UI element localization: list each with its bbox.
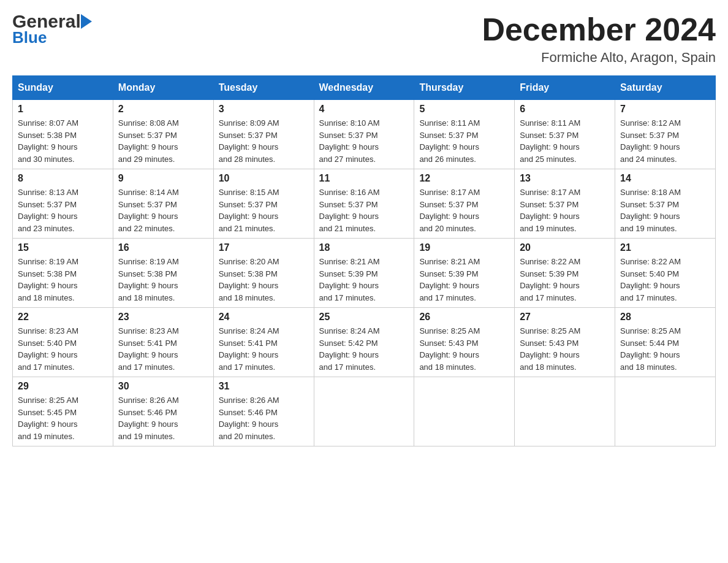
day-info: Sunrise: 8:25 AM Sunset: 5:44 PM Dayligh… [620,325,710,373]
calendar-cell: 17 Sunrise: 8:20 AM Sunset: 5:38 PM Dayl… [213,239,314,308]
day-number: 8 [18,173,108,184]
calendar-cell: 22 Sunrise: 8:23 AM Sunset: 5:40 PM Dayl… [13,308,113,377]
day-info: Sunrise: 8:21 AM Sunset: 5:39 PM Dayligh… [319,256,409,304]
day-number: 20 [520,242,610,253]
day-info: Sunrise: 8:08 AM Sunset: 5:37 PM Dayligh… [118,117,208,165]
day-number: 3 [219,104,309,115]
calendar-cell: 29 Sunrise: 8:25 AM Sunset: 5:45 PM Dayl… [13,377,113,446]
calendar-cell: 16 Sunrise: 8:19 AM Sunset: 5:38 PM Dayl… [113,239,213,308]
day-number: 18 [319,242,409,253]
logo: General Blue [12,12,92,45]
day-info: Sunrise: 8:07 AM Sunset: 5:38 PM Dayligh… [18,117,108,165]
col-monday: Monday [113,76,213,100]
day-number: 23 [118,312,208,323]
day-info: Sunrise: 8:12 AM Sunset: 5:37 PM Dayligh… [620,117,710,165]
day-number: 7 [620,104,710,115]
calendar-week-row: 15 Sunrise: 8:19 AM Sunset: 5:38 PM Dayl… [13,239,716,308]
col-friday: Friday [515,76,615,100]
calendar-cell: 3 Sunrise: 8:09 AM Sunset: 5:37 PM Dayli… [213,100,314,169]
calendar-cell: 23 Sunrise: 8:23 AM Sunset: 5:41 PM Dayl… [113,308,213,377]
calendar-week-row: 8 Sunrise: 8:13 AM Sunset: 5:37 PM Dayli… [13,169,716,239]
day-info: Sunrise: 8:26 AM Sunset: 5:46 PM Dayligh… [118,394,208,442]
day-info: Sunrise: 8:21 AM Sunset: 5:39 PM Dayligh… [419,256,509,304]
day-info: Sunrise: 8:09 AM Sunset: 5:37 PM Dayligh… [219,117,309,165]
day-info: Sunrise: 8:19 AM Sunset: 5:38 PM Dayligh… [118,256,208,304]
logo-blue: Blue [12,29,92,45]
calendar-cell: 9 Sunrise: 8:14 AM Sunset: 5:37 PM Dayli… [113,169,213,239]
day-info: Sunrise: 8:11 AM Sunset: 5:37 PM Dayligh… [419,117,509,165]
calendar-cell: 5 Sunrise: 8:11 AM Sunset: 5:37 PM Dayli… [414,100,515,169]
calendar-cell: 27 Sunrise: 8:25 AM Sunset: 5:43 PM Dayl… [515,308,615,377]
calendar-cell: 10 Sunrise: 8:15 AM Sunset: 5:37 PM Dayl… [213,169,314,239]
day-info: Sunrise: 8:17 AM Sunset: 5:37 PM Dayligh… [520,186,610,234]
calendar-cell: 30 Sunrise: 8:26 AM Sunset: 5:46 PM Dayl… [113,377,213,446]
day-number: 25 [319,312,409,323]
title-block: December 2024 Formiche Alto, Aragon, Spa… [482,12,716,66]
calendar-cell: 12 Sunrise: 8:17 AM Sunset: 5:37 PM Dayl… [414,169,515,239]
day-number: 31 [219,381,309,392]
calendar-cell: 28 Sunrise: 8:25 AM Sunset: 5:44 PM Dayl… [615,308,716,377]
calendar-header-row: Sunday Monday Tuesday Wednesday Thursday… [13,76,716,100]
day-number: 15 [18,242,108,253]
day-info: Sunrise: 8:16 AM Sunset: 5:37 PM Dayligh… [319,186,409,234]
day-info: Sunrise: 8:25 AM Sunset: 5:43 PM Dayligh… [520,325,610,373]
svg-marker-0 [81,14,92,29]
day-info: Sunrise: 8:11 AM Sunset: 5:37 PM Dayligh… [520,117,610,165]
calendar-cell: 20 Sunrise: 8:22 AM Sunset: 5:39 PM Dayl… [515,239,615,308]
day-info: Sunrise: 8:23 AM Sunset: 5:40 PM Dayligh… [18,325,108,373]
calendar-week-row: 29 Sunrise: 8:25 AM Sunset: 5:45 PM Dayl… [13,377,716,446]
col-wednesday: Wednesday [314,76,414,100]
col-tuesday: Tuesday [213,76,314,100]
day-number: 11 [319,173,409,184]
day-info: Sunrise: 8:19 AM Sunset: 5:38 PM Dayligh… [18,256,108,304]
day-number: 17 [219,242,309,253]
calendar-cell: 18 Sunrise: 8:21 AM Sunset: 5:39 PM Dayl… [314,239,414,308]
calendar-cell: 25 Sunrise: 8:24 AM Sunset: 5:42 PM Dayl… [314,308,414,377]
calendar-cell: 24 Sunrise: 8:24 AM Sunset: 5:41 PM Dayl… [213,308,314,377]
calendar-cell: 14 Sunrise: 8:18 AM Sunset: 5:37 PM Dayl… [615,169,716,239]
day-number: 26 [419,312,509,323]
calendar-cell: 13 Sunrise: 8:17 AM Sunset: 5:37 PM Dayl… [515,169,615,239]
day-number: 13 [520,173,610,184]
day-info: Sunrise: 8:23 AM Sunset: 5:41 PM Dayligh… [118,325,208,373]
day-info: Sunrise: 8:25 AM Sunset: 5:43 PM Dayligh… [419,325,509,373]
day-number: 12 [419,173,509,184]
calendar-cell [414,377,515,446]
calendar-table: Sunday Monday Tuesday Wednesday Thursday… [12,75,716,446]
calendar-week-row: 22 Sunrise: 8:23 AM Sunset: 5:40 PM Dayl… [13,308,716,377]
day-number: 2 [118,104,208,115]
day-info: Sunrise: 8:22 AM Sunset: 5:40 PM Dayligh… [620,256,710,304]
logo-arrow-icon [81,14,92,29]
day-number: 1 [18,104,108,115]
day-number: 30 [118,381,208,392]
calendar-cell: 2 Sunrise: 8:08 AM Sunset: 5:37 PM Dayli… [113,100,213,169]
day-number: 24 [219,312,309,323]
calendar-cell: 8 Sunrise: 8:13 AM Sunset: 5:37 PM Dayli… [13,169,113,239]
calendar-cell: 21 Sunrise: 8:22 AM Sunset: 5:40 PM Dayl… [615,239,716,308]
day-number: 28 [620,312,710,323]
calendar-cell [615,377,716,446]
day-number: 29 [18,381,108,392]
day-number: 27 [520,312,610,323]
col-sunday: Sunday [13,76,113,100]
col-saturday: Saturday [615,76,716,100]
day-info: Sunrise: 8:13 AM Sunset: 5:37 PM Dayligh… [18,186,108,234]
calendar-cell [314,377,414,446]
day-number: 10 [219,173,309,184]
calendar-cell: 19 Sunrise: 8:21 AM Sunset: 5:39 PM Dayl… [414,239,515,308]
day-info: Sunrise: 8:14 AM Sunset: 5:37 PM Dayligh… [118,186,208,234]
location-subtitle: Formiche Alto, Aragon, Spain [482,50,716,66]
page-header: General Blue December 2024 Formiche Alto… [12,12,716,66]
day-number: 5 [419,104,509,115]
calendar-cell: 31 Sunrise: 8:26 AM Sunset: 5:46 PM Dayl… [213,377,314,446]
day-info: Sunrise: 8:24 AM Sunset: 5:41 PM Dayligh… [219,325,309,373]
calendar-cell: 1 Sunrise: 8:07 AM Sunset: 5:38 PM Dayli… [13,100,113,169]
day-info: Sunrise: 8:22 AM Sunset: 5:39 PM Dayligh… [520,256,610,304]
calendar-cell: 11 Sunrise: 8:16 AM Sunset: 5:37 PM Dayl… [314,169,414,239]
month-year-title: December 2024 [482,12,716,47]
day-number: 6 [520,104,610,115]
calendar-cell [515,377,615,446]
day-number: 16 [118,242,208,253]
day-number: 14 [620,173,710,184]
day-number: 21 [620,242,710,253]
